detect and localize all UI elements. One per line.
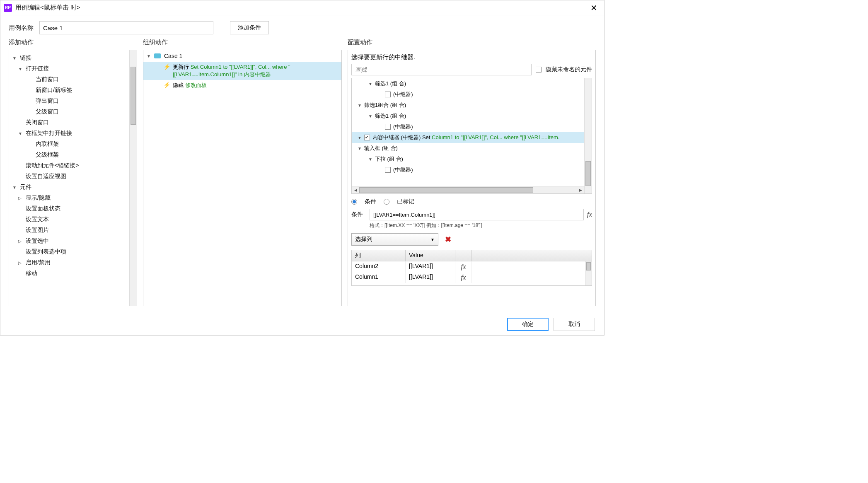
action-tree-item[interactable]: 显示/隐藏 (9, 193, 137, 203)
radio-condition[interactable] (351, 199, 357, 205)
chevron-down-icon: ▼ (430, 237, 435, 242)
hide-unnamed-checkbox[interactable] (536, 67, 542, 72)
case-node[interactable]: Case 1 (143, 50, 341, 62)
radio-marked-label: 已标记 (397, 198, 414, 205)
fx-icon: fx (461, 273, 466, 281)
tree-arrow-icon[interactable] (12, 56, 18, 60)
tree-arrow-icon[interactable] (368, 82, 373, 86)
chevron-down-icon[interactable] (147, 54, 152, 58)
condition-input[interactable] (370, 209, 584, 220)
repeater-tree[interactable]: 筛选1 (组 合)(中继器)筛选1组合 (组 合)筛选1 (组 合)(中继器)内… (351, 78, 592, 194)
action-tree-item[interactable]: 关闭窗口 (9, 117, 137, 128)
tree-arrow-icon[interactable] (368, 114, 373, 118)
tree-arrow-icon[interactable] (358, 135, 363, 140)
add-action-header: 添加动作 (9, 39, 137, 46)
action-tree-item[interactable]: 移动 (9, 268, 137, 279)
fx-icon: fx (461, 263, 466, 270)
titlebar: RP 用例编辑<鼠标单击 时> ✕ (0, 0, 604, 15)
case-name-label: 用例名称 (9, 24, 34, 32)
grid-row[interactable]: Column2[[LVAR1]]fx (352, 261, 592, 272)
action-tree-item[interactable]: 父级窗口 (9, 106, 137, 117)
tree-arrow-icon[interactable] (18, 131, 24, 136)
repeater-tree-item[interactable]: (中继器) (352, 164, 592, 175)
search-input[interactable] (351, 64, 532, 75)
action-tree-item[interactable]: 设置图片 (9, 225, 137, 236)
bolt-icon: ⚡ (163, 63, 170, 70)
action-tree-item[interactable]: 设置文本 (9, 214, 137, 225)
organize-action-row[interactable]: ⚡更新行 Set Column1 to "[[LVAR1]]", Col... … (143, 62, 341, 80)
tree-arrow-icon[interactable] (18, 196, 24, 200)
condition-hint: 格式：[[Item.XX == 'XX']] 例如：[[Item.age == … (370, 222, 592, 229)
action-tree-item[interactable]: 元件 (9, 182, 137, 193)
radio-condition-label: 条件 (365, 198, 376, 205)
organize-header: 组织动作 (143, 39, 342, 46)
tree-arrow-icon[interactable] (12, 185, 18, 190)
action-tree-item[interactable]: 弹出窗口 (9, 96, 137, 106)
scrollbar-horz[interactable]: ◀▶ (352, 186, 584, 193)
action-tree-item[interactable]: 设置列表选中项 (9, 246, 137, 257)
close-icon[interactable]: ✕ (587, 3, 601, 13)
case-editor-dialog: RP 用例编辑<鼠标单击 时> ✕ 用例名称 添加条件 添加动作 链接打开链接当… (0, 0, 604, 336)
configure-title: 选择要更新行的中继器. (351, 53, 592, 61)
repeater-tree-item[interactable]: 筛选1 (组 合) (352, 111, 592, 121)
ok-button[interactable]: 确定 (507, 318, 549, 331)
organize-panel: Case 1 ⚡更新行 Set Column1 to "[[LVAR1]]", … (143, 50, 342, 306)
tree-arrow-icon[interactable] (358, 103, 363, 108)
repeater-tree-item[interactable]: 下拉 (组 合) (352, 154, 592, 164)
condition-label: 条件 (351, 211, 366, 218)
app-icon: RP (4, 4, 12, 12)
action-tree-item[interactable]: 设置面板状态 (9, 203, 137, 214)
action-tree-item[interactable]: 启用/禁用 (9, 257, 137, 268)
action-tree-item[interactable]: 设置自适应视图 (9, 171, 137, 182)
grid-head-val: Value (406, 250, 455, 261)
radio-marked[interactable] (384, 199, 389, 205)
action-tree-item[interactable]: 新窗口/新标签 (9, 85, 137, 96)
case-label: Case 1 (164, 53, 182, 59)
tree-arrow-icon[interactable] (18, 239, 24, 244)
configure-header: 配置动作 (348, 39, 596, 46)
configure-panel: 选择要更新行的中继器. 隐藏未命名的元件 筛选1 (组 合)(中继器)筛选1组合… (348, 50, 596, 306)
cancel-button[interactable]: 取消 (554, 318, 595, 331)
action-tree-item[interactable]: 设置选中 (9, 236, 137, 246)
grid-head-col: 列 (352, 250, 406, 261)
delete-icon[interactable]: ✖ (445, 235, 451, 244)
tree-checkbox[interactable] (364, 135, 370, 140)
tree-checkbox[interactable] (385, 124, 391, 130)
tree-arrow-icon[interactable] (368, 157, 373, 162)
repeater-tree-item[interactable]: 输入框 (组 合) (352, 143, 592, 154)
grid-row[interactable]: Column1[[LVAR1]]fx (352, 272, 592, 283)
action-tree-item[interactable]: 当前窗口 (9, 74, 137, 85)
tree-arrow-icon[interactable] (18, 261, 24, 265)
action-tree-item[interactable]: 打开链接 (9, 63, 137, 74)
repeater-tree-item[interactable]: 内容中继器 (中继器) Set Column1 to "[[LVAR1]]", … (352, 132, 592, 143)
tree-checkbox[interactable] (385, 167, 391, 173)
hide-unnamed-label: 隐藏未命名的元件 (546, 66, 592, 73)
scrollbar[interactable] (585, 261, 592, 285)
repeater-tree-item[interactable]: (中继器) (352, 121, 592, 132)
window-title: 用例编辑<鼠标单击 时> (15, 4, 587, 12)
select-column-label: 选择列 (355, 236, 372, 243)
tree-checkbox[interactable] (385, 92, 391, 97)
repeater-tree-item[interactable]: (中继器) (352, 89, 592, 100)
case-icon (154, 53, 161, 58)
action-tree-item[interactable]: 内联框架 (9, 139, 137, 150)
tree-arrow-icon[interactable] (18, 67, 24, 71)
select-column-dropdown[interactable]: 选择列 ▼ (351, 233, 438, 246)
scrollbar[interactable] (129, 50, 137, 306)
case-name-input[interactable] (39, 21, 213, 34)
add-condition-button[interactable]: 添加条件 (230, 21, 269, 34)
action-tree-item[interactable]: 滚动到元件<锚链接> (9, 160, 137, 171)
action-tree-item[interactable]: 父级框架 (9, 150, 137, 160)
scrollbar[interactable] (584, 78, 592, 193)
columns-grid: 列 Value Column2[[LVAR1]]fxColumn1[[LVAR1… (351, 250, 592, 286)
organize-action-row[interactable]: ⚡隐藏 修改面板 (143, 80, 341, 91)
repeater-tree-item[interactable]: 筛选1 (组 合) (352, 78, 592, 89)
action-catalog[interactable]: 链接打开链接当前窗口新窗口/新标签弹出窗口父级窗口关闭窗口在框架中打开链接内联框… (9, 50, 137, 306)
action-tree-item[interactable]: 链接 (9, 53, 137, 63)
tree-arrow-icon[interactable] (358, 146, 363, 151)
bolt-icon: ⚡ (163, 82, 170, 88)
action-tree-item[interactable]: 在框架中打开链接 (9, 128, 137, 139)
fx-icon[interactable]: fx (587, 210, 592, 219)
repeater-tree-item[interactable]: 筛选1组合 (组 合) (352, 100, 592, 111)
